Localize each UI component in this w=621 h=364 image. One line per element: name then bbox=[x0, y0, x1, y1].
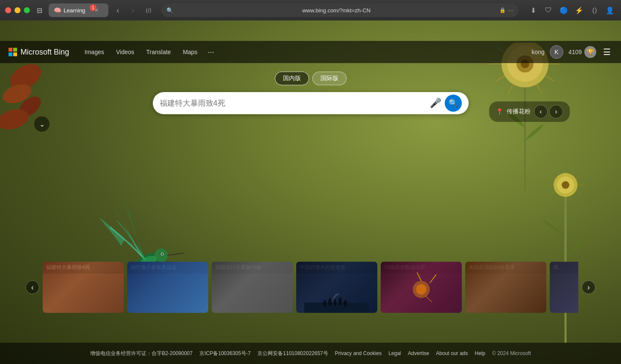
nav-link-maps[interactable]: Maps bbox=[178, 45, 202, 59]
dev-icon[interactable]: ⟨⟩ bbox=[589, 4, 601, 16]
location-label: 传播花粉 bbox=[507, 108, 531, 116]
trophy-icon: 🏆 bbox=[584, 46, 596, 58]
lock-icon: 🔒 bbox=[499, 7, 506, 13]
bg-nav-buttons: ‹ › bbox=[534, 105, 563, 118]
chevron-down-icon: ⌄ bbox=[39, 120, 45, 128]
bing-nav-links: Images Videos Translate Maps ··· bbox=[79, 45, 531, 59]
svg-point-56 bbox=[323, 300, 327, 307]
svg-point-59 bbox=[338, 297, 342, 305]
microsoft-squares-icon bbox=[9, 48, 17, 56]
user-avatar[interactable]: K bbox=[550, 45, 563, 59]
footer-link-icp1[interactable]: 增值电信业务经营许可证：合字B2-20090007 bbox=[90, 350, 192, 357]
search-icon: 🔍 bbox=[166, 7, 173, 14]
user-name-label: kong bbox=[531, 49, 544, 55]
svg-point-60 bbox=[344, 300, 347, 307]
svg-rect-55 bbox=[304, 303, 369, 313]
scroll-down-button[interactable]: ⌄ bbox=[34, 116, 50, 132]
nav-link-videos[interactable]: Videos bbox=[111, 45, 140, 59]
browser-tab[interactable]: 🧠 Learning 1 × bbox=[49, 3, 108, 17]
toolbar-icons: ⬇ 🛡 🔵 ⚡ ⟨⟩ 👤 bbox=[527, 4, 616, 16]
svg-point-62 bbox=[416, 284, 426, 295]
forward-button[interactable]: › bbox=[127, 4, 139, 16]
close-button[interactable] bbox=[5, 7, 11, 13]
footer-link-legal[interactable]: Legal bbox=[388, 350, 401, 356]
svg-point-58 bbox=[334, 299, 336, 306]
carousel-prev-button[interactable]: ‹ bbox=[26, 280, 39, 294]
search-button-icon: 🔍 bbox=[449, 98, 458, 108]
bg-prev-button[interactable]: ‹ bbox=[534, 105, 548, 118]
minimize-button[interactable] bbox=[15, 7, 20, 13]
sidebar-toggle-button[interactable]: ⊟ bbox=[33, 4, 45, 16]
nav-link-translate[interactable]: Translate bbox=[141, 45, 176, 59]
points-badge[interactable]: 4109 🏆 bbox=[569, 46, 596, 58]
microphone-icon[interactable]: 🎤 bbox=[430, 98, 441, 109]
svg-line-64 bbox=[430, 274, 436, 283]
avatar-initial: K bbox=[554, 49, 558, 55]
nav-link-images[interactable]: Images bbox=[79, 45, 109, 59]
news-section: ‹ 福建特大暴雨致4死 姆巴佩不参加奥运会 韩国流行不看脸约会 中国对澳大利亚免… bbox=[0, 262, 621, 313]
bing-nav-right: kong K 4109 🏆 ☰ bbox=[531, 45, 612, 59]
traffic-lights bbox=[5, 7, 30, 13]
region-tab-international[interactable]: 国际版 bbox=[312, 72, 347, 85]
region-tab-domestic[interactable]: 国内版 bbox=[275, 72, 309, 85]
footer-link-security[interactable]: 京公网安备11010802022657号 bbox=[257, 350, 328, 357]
footer-link-about-ads[interactable]: About our ads bbox=[436, 350, 468, 356]
svg-point-57 bbox=[328, 298, 332, 306]
download-icon[interactable]: ⬇ bbox=[527, 4, 539, 16]
footer: 增值电信业务经营许可证：合字B2-20090007 京ICP备10036305号… bbox=[0, 343, 621, 364]
bg-next-button[interactable]: › bbox=[549, 105, 563, 118]
bing-logo[interactable]: Microsoft Bing bbox=[9, 48, 69, 57]
tab-icon: 🧠 bbox=[54, 7, 61, 14]
location-pin-icon: 📍 bbox=[496, 108, 503, 115]
news-card-4[interactable]: 中国对澳大利亚免签 bbox=[296, 262, 377, 313]
points-value: 4109 bbox=[569, 49, 582, 55]
svg-line-63 bbox=[417, 272, 421, 281]
vpn-icon[interactable]: 🔵 bbox=[558, 4, 570, 16]
copyright-text: © 2024 Microsoft bbox=[492, 350, 531, 356]
shield-icon[interactable]: 🛡 bbox=[542, 4, 554, 16]
profile-icon[interactable]: 👤 bbox=[604, 4, 616, 16]
hamburger-menu-icon[interactable]: ☰ bbox=[601, 45, 612, 59]
news-card-1[interactable]: 福建特大暴雨致4死 bbox=[43, 262, 124, 313]
search-section: 国内版 国际版 🎤 🔍 bbox=[153, 72, 469, 114]
url-text: www.bing.com/?mkt=zh-CN bbox=[176, 7, 497, 14]
footer-link-help[interactable]: Help bbox=[475, 350, 485, 356]
address-bar[interactable]: 🔍 www.bing.com/?mkt=zh-CN 🔒 ··· bbox=[161, 3, 519, 17]
footer-link-icp2[interactable]: 京ICP备10036305号-7 bbox=[199, 350, 251, 357]
search-box: 🎤 🔍 bbox=[153, 92, 469, 114]
news-card-2[interactable]: 姆巴佩不参加奥运会 bbox=[127, 262, 208, 313]
back-button[interactable]: ‹ bbox=[112, 4, 124, 16]
bing-navbar: Microsoft Bing Images Videos Translate M… bbox=[0, 41, 621, 63]
bing-logo-text: Microsoft Bing bbox=[20, 48, 69, 57]
address-more-icon[interactable]: ··· bbox=[508, 7, 513, 14]
tab-badge: 1 bbox=[90, 4, 96, 11]
footer-link-advertise[interactable]: Advertise bbox=[408, 350, 429, 356]
news-card-6[interactable]: 离婚前贷款转给母亲 bbox=[465, 262, 546, 313]
main-content: Microsoft Bing Images Videos Translate M… bbox=[0, 20, 621, 364]
title-bar: ⊟ 🧠 Learning 1 × ‹ › ⟨/⟩ 🔍 www.bing.com/… bbox=[0, 0, 621, 20]
maximize-button[interactable] bbox=[24, 7, 30, 13]
news-card-5[interactable]: 70城房价数据出炉 bbox=[381, 262, 462, 313]
search-input[interactable] bbox=[160, 99, 426, 108]
tab-label: Learning bbox=[64, 7, 85, 14]
background-info-bar: 📍 传播花粉 ‹ › bbox=[489, 101, 570, 122]
news-card-7[interactable]: 俄... bbox=[550, 262, 578, 313]
news-cards-container: 福建特大暴雨致4死 姆巴佩不参加奥运会 韩国流行不看脸约会 中国对澳大利亚免签 bbox=[43, 262, 578, 313]
news-card-3[interactable]: 韩国流行不看脸约会 bbox=[212, 262, 293, 313]
extension-icon[interactable]: ⚡ bbox=[573, 4, 585, 16]
nav-more-icon[interactable]: ··· bbox=[204, 46, 218, 58]
svg-line-65 bbox=[426, 296, 432, 302]
carousel-next-button[interactable]: › bbox=[582, 280, 595, 294]
search-submit-button[interactable]: 🔍 bbox=[445, 95, 462, 112]
region-tabs: 国内版 国际版 bbox=[275, 72, 347, 85]
dev-tools-button[interactable]: ⟨/⟩ bbox=[143, 4, 155, 16]
footer-link-privacy[interactable]: Privacy and Cookies bbox=[335, 350, 382, 356]
